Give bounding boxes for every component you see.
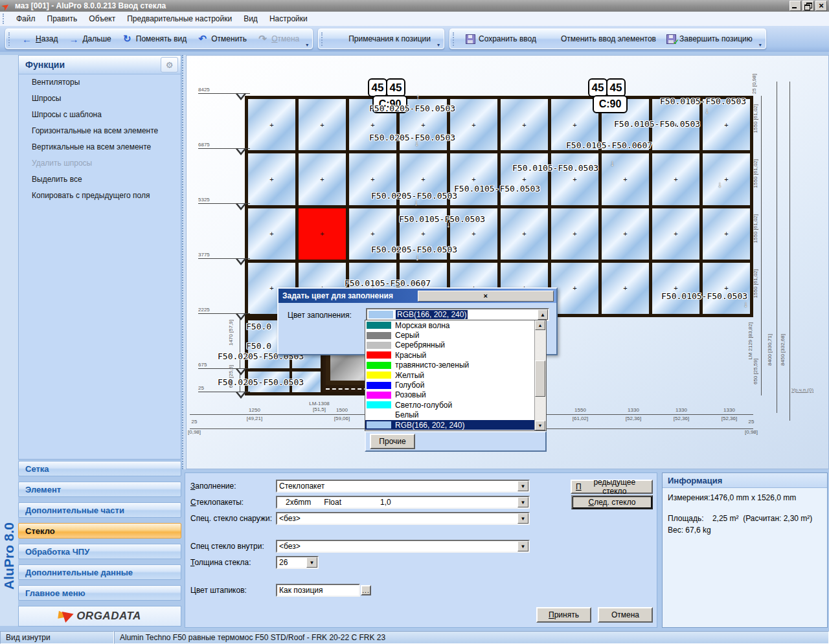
glass-panel[interactable]: + [703,153,750,205]
dropdown-icon[interactable]: ▼ [517,513,528,524]
glass-panel[interactable]: + [551,153,598,205]
color-option[interactable]: Морская волна [365,320,546,330]
accordion-item[interactable]: Главное меню [18,585,181,601]
close-button[interactable] [815,1,827,11]
other-colors-button[interactable]: Прочие [370,434,415,449]
elevation-marker: 6875 [198,148,250,149]
dropdown-icon[interactable]: ▼ [517,481,528,491]
form-combobox[interactable]: Стеклопакет▼ [276,480,530,493]
dialog-close-icon[interactable]: × [418,291,554,302]
form-combobox[interactable]: <без>▼ [276,540,530,553]
function-item[interactable]: Горизонтальные на всем элементе [19,123,181,139]
next-glass-button[interactable]: След. стекло [571,495,653,509]
glass-panel-selected-red[interactable]: + [299,208,346,260]
form-field-value: Как позиция [277,586,359,595]
toolbar-button[interactable]: Назад [16,32,63,46]
glass-panel[interactable]: + [602,263,649,314]
cancel-button[interactable]: Отмена [598,607,653,623]
accordion-item[interactable]: Дополнительные данные [18,564,181,580]
color-option[interactable]: Серебрянный [365,340,546,350]
accordion-item[interactable]: Дополнительные части [18,502,181,518]
glass-panel[interactable]: + [703,208,750,260]
accordion-item[interactable]: Обработка ЧПУ [18,544,181,559]
color-option[interactable]: Розовый [365,390,546,400]
scroll-down-icon[interactable]: ▼ [535,421,545,430]
glass-panel[interactable]: + [703,99,750,150]
glass-panel[interactable]: + [299,153,346,205]
dimension-label: 1330 [628,407,639,413]
menu-item[interactable]: Править [41,13,84,25]
function-item[interactable]: Копировать с предыдущего поля [19,188,181,204]
color-option[interactable]: Светло-голубой [365,400,546,410]
color-option[interactable]: RGB(166, 202, 240) [365,420,546,430]
direction-arrow-icon: ↓ [415,252,420,262]
color-option[interactable]: Белый [365,410,546,420]
glass-panel[interactable]: + [602,208,649,260]
toolbar-button[interactable]: Примечания к позиции [329,32,436,46]
glass-panel[interactable]: + [501,99,548,150]
menu-item[interactable]: Настройки [264,13,313,25]
form-combobox[interactable]: 2x6mm Float 1,0▼ [276,496,530,509]
glass-panel[interactable]: + [652,208,699,260]
dialog-title-bar[interactable]: Задать цвет для заполнения × [278,289,556,303]
form-textbox[interactable]: Как позиция [276,584,360,597]
accept-button[interactable]: Принять [536,607,591,623]
accordion-item[interactable]: Сетка [18,461,181,476]
function-item[interactable]: Шпросы с шаблона [19,107,181,123]
toolbar-button[interactable]: Отменить ввод элементов [541,32,661,46]
restore-button[interactable] [802,1,814,11]
glass-panel[interactable]: + [551,208,598,260]
function-item[interactable]: Выделить все [19,172,181,188]
toolbar-overflow-icon[interactable] [306,42,308,48]
toolbar-button[interactable]: Поменять вид [117,32,192,46]
fill-color-combobox[interactable]: RGB(166, 202, 240) ▲ [366,308,549,321]
glass-panel[interactable]: + [501,153,548,205]
toolbar-button[interactable]: Дальше [63,32,116,46]
ellipsis-button[interactable]: ... [361,585,371,595]
info-title: Информация [663,473,827,488]
glass-panel[interactable]: + [602,153,649,205]
menu-item[interactable]: Вид [238,13,264,25]
toolbar-overflow-icon[interactable] [437,42,440,48]
menu-item[interactable]: Объект [83,13,121,25]
color-option[interactable]: Желтый [365,370,546,380]
glass-panel[interactable]: + [299,99,346,150]
function-item[interactable]: Вентиляторы [19,74,181,91]
dropdown-icon[interactable]: ▼ [517,541,528,551]
color-option[interactable]: Красный [365,350,546,360]
form-combobox[interactable]: 26▼ [276,556,319,569]
form-combobox[interactable]: <без>▼ [276,512,530,525]
color-option[interactable]: Серый [365,330,546,340]
scroll-up-icon[interactable]: ▲ [535,320,545,330]
minimize-button[interactable] [789,1,801,11]
dimension-label: 1330 [676,407,687,413]
function-item[interactable]: Шпросы [19,91,181,107]
glass-panel[interactable]: + [248,99,295,150]
glass-panel[interactable]: + [248,208,295,260]
accordion-item[interactable]: Стекло [18,523,181,539]
glass-panel[interactable]: + [652,263,699,314]
combo-dropdown-icon[interactable]: ▲ [538,309,548,320]
color-option[interactable]: Голубой [365,380,546,390]
glass-panel[interactable]: + [652,153,699,205]
glass-panel[interactable]: + [501,208,548,260]
scroll-thumb[interactable] [535,361,545,397]
list-scrollbar[interactable]: ▲ ▼ [534,320,546,430]
glass-panel[interactable]: + [551,263,598,314]
glass-panel[interactable]: + [248,153,295,205]
menu-item[interactable]: Файл [10,13,41,25]
menu-item[interactable]: Предварительные настройки [121,13,238,25]
drawing-area[interactable]: ++++++++++++++++++++++++++++++++++++++++… [186,55,829,469]
toolbar-button[interactable]: Сохранить ввод [460,32,541,46]
glass-panel[interactable]: + [450,99,497,150]
function-item[interactable]: Вертикальные на всем элементе [19,139,181,155]
accordion-item[interactable]: Элемент [18,482,181,497]
toolbar-button[interactable]: Отменить [192,32,252,46]
dropdown-icon[interactable]: ▼ [517,497,528,507]
toolbar-overflow-icon[interactable] [759,42,762,48]
toolbar-button[interactable]: ✓Завершить позицию [661,32,758,46]
previous-glass-button[interactable]: Предыдущее стекло [571,480,653,494]
gear-icon[interactable]: ⚙ [161,57,178,72]
color-option[interactable]: травянисто-зеленый [365,361,546,370]
dropdown-icon[interactable]: ▼ [306,557,317,568]
